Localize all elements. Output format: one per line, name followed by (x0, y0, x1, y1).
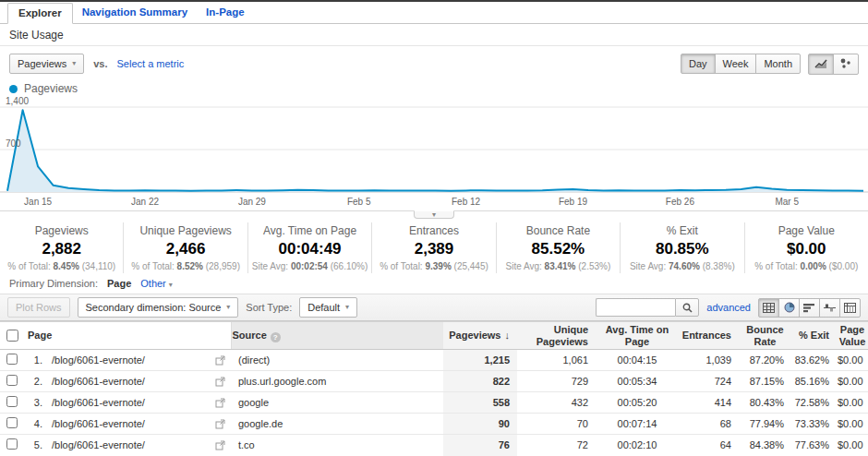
metric-dropdown[interactable]: Pageviews ▾ (9, 54, 84, 74)
tab-explorer[interactable]: Explorer (7, 3, 73, 24)
collapse-chart-tab[interactable]: ▾ (414, 210, 454, 219)
column-header-source[interactable]: Source? (231, 322, 443, 350)
help-icon[interactable]: ? (271, 332, 281, 342)
line-chart-button[interactable] (808, 54, 834, 75)
plot-rows-button[interactable]: Plot Rows (7, 297, 70, 318)
entrances-header-label: Entrances (682, 330, 731, 341)
svg-text:Feb 19: Feb 19 (559, 197, 588, 207)
pie-chart-icon (784, 302, 795, 313)
external-link-icon[interactable] (215, 419, 225, 429)
tab-navigation-summary[interactable]: Navigation Summary (73, 3, 197, 23)
summary-stats-row: Pageviews2,882% of Total: 8.45% (34,110)… (0, 218, 868, 273)
pageviews-cell: 558 (443, 392, 517, 414)
row-checkbox[interactable] (6, 417, 18, 428)
row-checkbox[interactable] (6, 438, 18, 450)
report-data-table: Page Source? Pageviews↓ Unique Pageviews… (0, 321, 868, 456)
select-all-checkbox[interactable] (6, 330, 18, 342)
open-page-icon (215, 440, 225, 450)
pageviews-cell: 90 (443, 414, 517, 435)
stat-block: Entrances2,389% of Total: 9.39% (25,445) (371, 222, 495, 273)
page-path: /blog/6061-evernote/ (52, 376, 145, 387)
external-link-icon[interactable] (215, 355, 225, 366)
row-number: 2. (28, 376, 52, 387)
pageviews-header-label: Pageviews (449, 330, 500, 341)
source-cell: t.co (231, 435, 443, 456)
stat-label: Avg. Time on Page (248, 224, 371, 237)
data-table-view-button[interactable] (758, 298, 779, 318)
svg-text:Feb 5: Feb 5 (347, 197, 371, 207)
pageviews-cell: 76 (443, 435, 517, 456)
column-header-page-value[interactable]: Page Value (837, 322, 868, 350)
source-header-label: Source (233, 330, 267, 341)
granularity-toggle: Day Week Month (681, 54, 801, 74)
performance-view-button[interactable] (799, 298, 820, 318)
sort-type-value: Default (307, 302, 340, 313)
tab-in-page[interactable]: In-Page (197, 3, 254, 23)
table-search (596, 298, 699, 317)
sort-type-dropdown[interactable]: Default ▾ (299, 297, 357, 318)
row-checkbox[interactable] (6, 396, 18, 407)
external-link-icon[interactable] (215, 398, 225, 408)
primary-dimension-page[interactable]: Page (107, 278, 131, 289)
percentage-view-button[interactable] (778, 298, 800, 318)
column-header-unique-pageviews[interactable]: Unique Pageviews (517, 322, 596, 350)
advanced-search-link[interactable]: advanced (706, 302, 751, 313)
comparison-view-button[interactable] (819, 298, 840, 318)
primary-dimension-other[interactable]: Other ▾ (140, 278, 173, 289)
series-dot-icon (9, 85, 18, 93)
search-icon (682, 303, 693, 313)
external-link-icon[interactable] (215, 440, 225, 450)
table-body: 1./blog/6061-evernote/(direct)1,2151,061… (0, 350, 868, 456)
primary-dimension-label: Primary Dimension: (9, 278, 98, 289)
secondary-dimension-label: Secondary dimension: Source (86, 302, 222, 313)
pivot-view-button[interactable] (839, 298, 861, 318)
external-link-icon[interactable] (215, 377, 225, 387)
unique-pageviews-cell: 729 (517, 371, 596, 392)
table-row: 4./blog/6061-evernote/google.de907000:07… (0, 414, 868, 435)
column-header-pct-exit[interactable]: % Exit (791, 322, 837, 350)
granularity-week-button[interactable]: Week (715, 54, 757, 74)
page-value-header-label: Page Value (839, 324, 866, 347)
stat-subtext: % of Total: 0.00% ($0.00) (745, 261, 868, 271)
page-cell: 1./blog/6061-evernote/ (24, 350, 231, 371)
avg-time-cell: 00:07:14 (596, 414, 679, 435)
row-checkbox[interactable] (6, 375, 18, 386)
table-search-input[interactable] (596, 298, 675, 317)
select-all-cell (0, 322, 24, 350)
source-cell: google.de (231, 414, 443, 435)
page-cell: 4./blog/6061-evernote/ (24, 414, 231, 435)
subtab-bar: Site Usage (0, 24, 868, 46)
search-button[interactable] (675, 298, 699, 317)
bounce-rate-cell: 87.20% (739, 350, 791, 371)
column-header-avg-time[interactable]: Avg. Time on Page (596, 322, 679, 350)
svg-text:Jan 15: Jan 15 (24, 197, 52, 207)
page-path: /blog/6061-evernote/ (52, 397, 145, 408)
page-value-cell: $0.00 (837, 392, 868, 414)
entrances-cell: 724 (679, 371, 739, 392)
granularity-day-button[interactable]: Day (681, 54, 716, 74)
stat-subtext: % of Total: 8.52% (28,959) (124, 261, 247, 271)
granularity-month-button[interactable]: Month (755, 54, 801, 74)
bounce-rate-cell: 80.43% (739, 392, 791, 414)
row-checkbox[interactable] (6, 354, 18, 365)
avg-time-cell: 00:02:10 (596, 435, 679, 456)
chart-type-toggle (808, 54, 859, 75)
stat-value: 00:04:49 (248, 240, 371, 258)
open-page-icon (215, 355, 225, 366)
stat-block: Bounce Rate85.52%Site Avg: 83.41% (2.53%… (496, 222, 620, 273)
stat-subtext: % of Total: 9.39% (25,445) (372, 261, 495, 271)
select-metric-link[interactable]: Select a metric (117, 58, 185, 69)
stat-value: 80.85% (621, 240, 743, 258)
motion-chart-button[interactable] (833, 54, 859, 75)
subtab-site-usage[interactable]: Site Usage (9, 29, 64, 42)
column-header-page[interactable]: Page (24, 322, 231, 350)
column-header-pageviews[interactable]: Pageviews↓ (443, 322, 517, 350)
vs-label: vs. (93, 58, 107, 69)
row-select-cell (0, 392, 24, 414)
secondary-dimension-dropdown[interactable]: Secondary dimension: Source ▾ (78, 297, 239, 318)
row-select-cell (0, 350, 24, 371)
column-header-bounce-rate[interactable]: Bounce Rate (739, 322, 791, 350)
column-header-entrances[interactable]: Entrances (679, 322, 739, 350)
pageviews-cell: 1,215 (443, 350, 517, 371)
entrances-cell: 1,039 (679, 350, 739, 371)
